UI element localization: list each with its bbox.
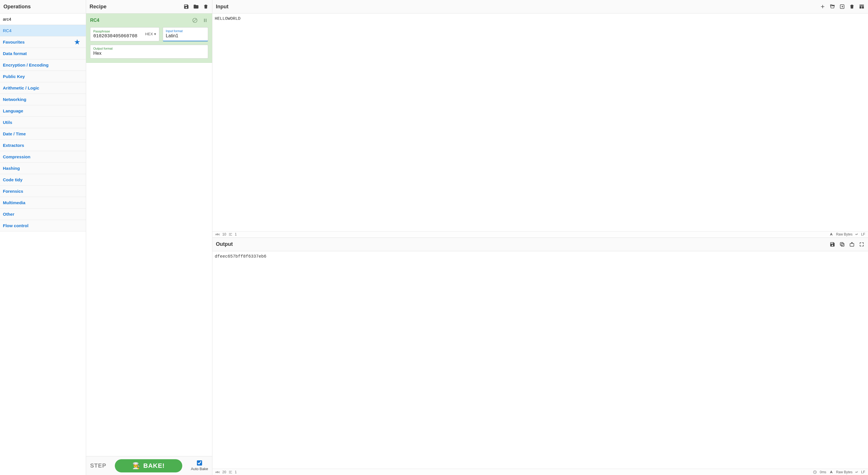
category-date-time[interactable]: Date / Time xyxy=(0,128,86,140)
category-flow-control[interactable]: Flow control xyxy=(0,220,86,232)
category-label: Language xyxy=(3,108,23,113)
svg-rect-2 xyxy=(204,19,205,22)
category-utils[interactable]: Utils xyxy=(0,117,86,128)
category-other[interactable]: Other xyxy=(0,208,86,220)
operations-search-input[interactable] xyxy=(3,16,83,22)
output-eol[interactable]: LF xyxy=(861,470,865,474)
load-recipe-icon[interactable] xyxy=(193,4,199,9)
category-public-key[interactable]: Public Key xyxy=(0,71,86,82)
operation-title: RC4 xyxy=(90,18,99,23)
category-hashing[interactable]: Hashing xyxy=(0,163,86,174)
svg-rect-9 xyxy=(840,242,843,245)
clear-recipe-icon[interactable] xyxy=(203,4,209,9)
star-icon: ★ xyxy=(74,38,80,46)
category-compression[interactable]: Compression xyxy=(0,151,86,163)
operation-header: RC4 xyxy=(86,13,212,27)
svg-rect-10 xyxy=(850,243,854,246)
arg-output-format-label: Output format xyxy=(93,47,205,50)
category-forensics[interactable]: Forensics xyxy=(0,185,86,197)
arg-passphrase[interactable]: Passphrase 0102030405060708 HEX ▾ xyxy=(90,27,159,41)
output-time: 0ms xyxy=(820,470,826,474)
category-code-tidy[interactable]: Code tidy xyxy=(0,174,86,185)
arg-passphrase-value[interactable]: 0102030405060708 xyxy=(93,34,144,39)
lines-icon xyxy=(228,232,232,236)
clear-input-icon[interactable] xyxy=(849,4,855,9)
encoding-icon[interactable] xyxy=(829,470,833,474)
input-eol[interactable]: LF xyxy=(861,232,865,236)
output-status-bar: ᴀʙᴄ 20 1 0ms Raw Bytes ↵ LF xyxy=(212,469,868,475)
operations-search-row xyxy=(0,13,86,25)
abc-icon: ᴀʙᴄ xyxy=(215,470,220,474)
category-arithmetic-logic[interactable]: Arithmetic / Logic xyxy=(0,82,86,94)
open-file-icon[interactable] xyxy=(839,4,845,9)
svg-rect-3 xyxy=(206,19,207,22)
category-language[interactable]: Language xyxy=(0,105,86,117)
save-output-icon[interactable] xyxy=(830,241,835,247)
reset-layout-icon[interactable] xyxy=(859,4,865,9)
arg-input-format[interactable]: Input format Latin1 xyxy=(163,27,208,41)
search-result-rc4[interactable]: RC4 xyxy=(0,25,86,36)
operations-title: Operations xyxy=(0,0,86,13)
autobake-toggle: Auto Bake xyxy=(191,461,208,471)
abc-icon: ᴀʙᴄ xyxy=(215,233,220,236)
replace-input-icon[interactable] xyxy=(849,241,855,247)
bake-button[interactable]: 👨‍🍳 BAKE! xyxy=(115,459,182,472)
recipe-body[interactable]: RC4 Passphrase 0102030405060708 xyxy=(86,13,212,456)
step-button[interactable]: STEP xyxy=(90,463,106,469)
autobake-label: Auto Bake xyxy=(191,467,208,471)
svg-rect-8 xyxy=(841,243,844,246)
save-recipe-icon[interactable] xyxy=(183,4,189,9)
category-networking[interactable]: Networking xyxy=(0,94,86,105)
svg-rect-7 xyxy=(862,6,864,8)
breakpoint-icon[interactable] xyxy=(203,18,208,23)
input-status-bar: ᴀʙᴄ 10 1 Raw Bytes ↵ LF xyxy=(212,231,868,238)
input-char-count: 10 xyxy=(222,232,226,236)
category-favourites[interactable]: Favourites ★ xyxy=(0,36,86,48)
svg-rect-5 xyxy=(860,5,864,5)
arg-passphrase-label: Passphrase xyxy=(93,30,144,33)
category-label: Arithmetic / Logic xyxy=(3,86,39,90)
recipe-header: Recipe xyxy=(86,0,212,13)
category-data-format[interactable]: Data format xyxy=(0,48,86,59)
operations-panel: Operations RC4 Favourites ★ Data format … xyxy=(0,0,86,475)
encoding-icon[interactable] xyxy=(829,232,833,236)
output-pane: Output dfeec657bff8f6337eb6 ᴀʙᴄ 20 xyxy=(212,238,868,475)
svg-rect-6 xyxy=(860,6,862,8)
add-input-tab-icon[interactable] xyxy=(820,4,826,9)
category-label: Compression xyxy=(3,154,30,159)
category-label: Forensics xyxy=(3,189,23,194)
recipe-panel: Recipe RC4 xyxy=(86,0,212,475)
passphrase-type-dropdown[interactable]: HEX ▾ xyxy=(144,32,156,36)
arg-input-format-value[interactable]: Latin1 xyxy=(166,33,205,38)
bake-row: STEP 👨‍🍳 BAKE! Auto Bake xyxy=(86,456,212,475)
autobake-checkbox[interactable] xyxy=(197,461,202,466)
operation-card-rc4[interactable]: RC4 Passphrase 0102030405060708 xyxy=(86,13,212,63)
return-icon: ↵ xyxy=(856,232,858,236)
disable-operation-icon[interactable] xyxy=(192,18,198,23)
output-encoding[interactable]: Raw Bytes xyxy=(836,470,852,474)
input-header: Input xyxy=(212,0,868,13)
category-encryption-encoding[interactable]: Encryption / Encoding xyxy=(0,59,86,71)
category-multimedia[interactable]: Multimedia xyxy=(0,197,86,208)
category-label: Public Key xyxy=(3,74,25,79)
io-column: Input HELLOWORLD ᴀʙᴄ xyxy=(212,0,868,475)
open-folder-icon[interactable] xyxy=(830,4,835,9)
passphrase-type-label: HEX xyxy=(145,32,153,36)
input-encoding[interactable]: Raw Bytes xyxy=(836,232,852,236)
input-textarea[interactable]: HELLOWORLD xyxy=(212,13,868,231)
arg-input-format-label: Input format xyxy=(166,29,205,33)
copy-output-icon[interactable] xyxy=(839,241,845,247)
category-label: Favourites xyxy=(3,40,25,44)
maximise-output-icon[interactable] xyxy=(859,241,865,247)
output-line-count: 1 xyxy=(235,470,237,474)
category-label: Date / Time xyxy=(3,131,26,136)
arg-output-format[interactable]: Output format Hex xyxy=(90,45,208,59)
category-label: Hashing xyxy=(3,166,20,171)
output-textarea[interactable]: dfeec657bff8f6337eb6 xyxy=(212,251,868,469)
bake-label: BAKE! xyxy=(143,462,165,470)
arg-output-format-value[interactable]: Hex xyxy=(93,51,205,56)
category-extractors[interactable]: Extractors xyxy=(0,140,86,151)
svg-line-1 xyxy=(193,19,196,22)
clock-icon xyxy=(813,470,817,474)
category-label: Data format xyxy=(3,51,27,56)
